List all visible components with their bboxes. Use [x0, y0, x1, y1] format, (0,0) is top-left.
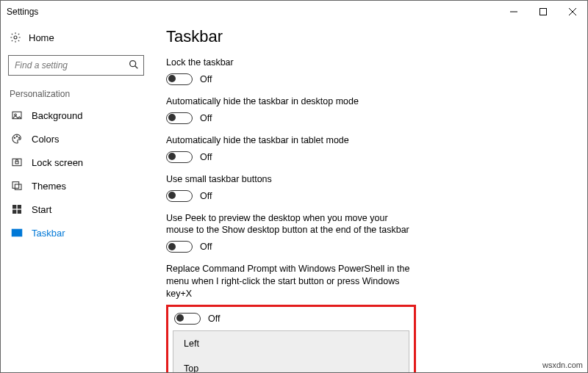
sidebar-item-background[interactable]: Background — [1, 104, 151, 127]
settings-window: Settings Home — [0, 0, 588, 373]
sidebar-item-home[interactable]: Home — [1, 27, 151, 48]
svg-line-2 — [569, 8, 576, 15]
svg-rect-17 — [18, 205, 21, 209]
picture-icon — [11, 109, 23, 121]
sidebar-item-label: Start — [32, 204, 51, 215]
lock-screen-icon — [11, 156, 23, 168]
svg-point-11 — [18, 137, 19, 138]
main-content: Taskbar Lock the taskbar Off Automatical… — [151, 23, 587, 372]
svg-point-9 — [14, 137, 15, 138]
toggle-label-autohide-tablet: Automatically hide the taskbar in tablet… — [166, 134, 416, 147]
titlebar: Settings — [1, 1, 587, 23]
toggle-small-buttons[interactable] — [166, 190, 193, 202]
sidebar-item-label: Background — [32, 110, 82, 121]
svg-rect-15 — [15, 184, 21, 189]
toggle-label-small-buttons: Use small taskbar buttons — [166, 173, 416, 186]
toggle-state: Off — [200, 152, 212, 162]
svg-point-10 — [16, 136, 17, 137]
dropdown-option-left[interactable]: Left — [173, 331, 409, 356]
toggle-state: Off — [200, 191, 212, 201]
toggle-state: Off — [200, 113, 212, 123]
palette-icon — [11, 133, 23, 145]
minimize-button[interactable] — [499, 1, 528, 23]
toggle-label-powershell: Replace Command Prompt with Windows Powe… — [166, 263, 416, 300]
close-button[interactable] — [558, 1, 587, 23]
svg-point-5 — [130, 61, 136, 67]
page-title: Taskbar — [166, 27, 570, 46]
search-icon — [128, 59, 140, 70]
window-title: Settings — [7, 7, 38, 17]
highlighted-region: Off Left Top Right Bottom — [166, 305, 416, 372]
sidebar-item-lock-screen[interactable]: Lock screen — [1, 151, 151, 174]
nav-group-label: Personalization — [1, 80, 151, 104]
toggle-state: Off — [200, 242, 212, 252]
svg-rect-19 — [18, 210, 21, 214]
toggle-state: Off — [200, 74, 212, 84]
svg-rect-18 — [12, 210, 16, 214]
dropdown-option-top[interactable]: Top — [173, 356, 409, 372]
themes-icon — [11, 180, 23, 192]
sidebar-item-label: Themes — [32, 181, 66, 192]
svg-rect-14 — [12, 182, 19, 189]
toggle-label-autohide-desktop: Automatically hide the taskbar in deskto… — [166, 95, 416, 108]
gear-icon — [10, 32, 21, 43]
svg-rect-13 — [15, 162, 18, 164]
svg-rect-1 — [540, 9, 547, 15]
svg-line-3 — [569, 8, 576, 15]
toggle-powershell[interactable] — [174, 313, 201, 325]
toggle-lock-taskbar[interactable] — [166, 73, 193, 85]
sidebar-item-start[interactable]: Start — [1, 198, 151, 221]
maximize-button[interactable] — [528, 1, 558, 23]
toggle-autohide-desktop[interactable] — [166, 112, 193, 124]
start-icon — [11, 203, 23, 215]
sidebar-item-colors[interactable]: Colors — [1, 127, 151, 151]
search-input[interactable] — [8, 55, 144, 76]
home-label: Home — [29, 32, 54, 43]
toggle-peek[interactable] — [166, 241, 193, 253]
watermark: wsxdn.com — [542, 361, 583, 369]
sidebar-item-label: Taskbar — [32, 228, 65, 239]
sidebar-item-themes[interactable]: Themes — [1, 174, 151, 198]
svg-line-6 — [135, 66, 138, 69]
svg-rect-16 — [12, 205, 16, 209]
taskbar-location-dropdown[interactable]: Left Top Right Bottom — [173, 330, 409, 372]
toggle-label-lock: Lock the taskbar — [166, 57, 416, 69]
sidebar-item-label: Lock screen — [32, 157, 83, 168]
taskbar-icon — [11, 227, 23, 239]
toggle-autohide-tablet[interactable] — [166, 151, 193, 163]
svg-point-4 — [14, 36, 17, 39]
toggle-label-peek: Use Peek to preview the desktop when you… — [166, 212, 416, 237]
toggle-state: Off — [208, 314, 220, 324]
sidebar: Home Personalization Background — [1, 23, 151, 372]
sidebar-item-label: Colors — [32, 134, 60, 145]
sidebar-item-taskbar[interactable]: Taskbar — [1, 221, 151, 245]
svg-rect-12 — [12, 159, 21, 165]
